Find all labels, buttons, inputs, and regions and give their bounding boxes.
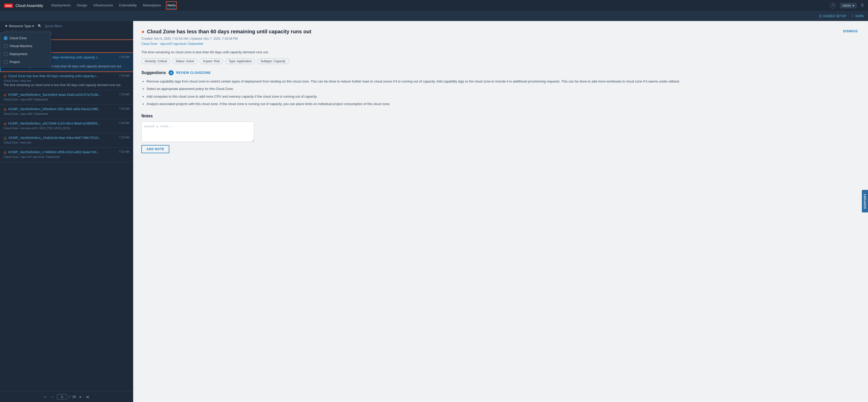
detail-header: ● Cloud Zone has less than 60 days remai… (142, 28, 860, 35)
notes-textarea[interactable] (142, 121, 254, 142)
left-panel: ▼ Resource Type ▾ 🔍 Resource Type: Cloud… (0, 21, 133, 402)
dropdown-item-cloudzone-label: Cloud Zone (9, 36, 27, 40)
app-logo: vmw Cloud Assembly (4, 3, 43, 8)
prev-page-button[interactable]: ◂ (50, 394, 55, 399)
user-name: Admin (842, 4, 851, 7)
detail-breadcrumb[interactable]: Cloud Zone › sqa-vc67.sqa.local / Datace… (142, 42, 860, 45)
alert-item-5[interactable]: ⊘ HCMP_AlertDefinition_a317b9df-1c23-48c… (0, 119, 133, 133)
detail-description: The time remaining on cloud zone is less… (142, 50, 860, 55)
alert-7-critical-icon: ⊘ (4, 150, 7, 154)
resource-type-label: Resource Type (9, 24, 31, 28)
alert-item-6[interactable]: ⚠ HCMP_AlertDefinition_15a83e3d-fdae-44b… (0, 133, 133, 148)
breadcrumb-location: sqa-vc67.sqa.local / Datacenter (160, 42, 204, 45)
alert-item-2[interactable]: ⊘ Cloud Zone has less than 60 days remai… (0, 71, 133, 90)
suggestion-item-3: Add computes to this cloud zone to add m… (147, 94, 860, 99)
page-separator: / (69, 395, 70, 399)
dropdown-item-vm[interactable]: Virtual Machine (0, 42, 51, 50)
vm-checkbox[interactable] (4, 44, 7, 48)
project-checkbox[interactable] (4, 60, 7, 64)
top-bar-right: ? Admin ▾ ⠿ (830, 3, 864, 8)
tag-status: Status: Active (173, 58, 198, 64)
moon-icon: ☾ (851, 14, 854, 18)
alert-3-header: ⊘ HCMP_AlertDefinition_5ec2e9e9-3ead-43a… (4, 93, 129, 97)
alert-4-critical-icon: ⊘ (4, 107, 7, 112)
dropdown-item-deployment[interactable]: Deployment (0, 50, 51, 58)
alert-2-critical-icon: ⊘ (4, 74, 7, 79)
guided-setup-btn[interactable]: ☰ GUIDED SETUP (819, 14, 846, 18)
support-tab[interactable]: SUPPORT (862, 190, 868, 212)
alert-2-title: Cloud Zone has less than 60 days remaini… (8, 74, 116, 78)
app-title: Cloud Assembly (16, 3, 43, 8)
dropdown-item-cloudzone[interactable]: ✓ Cloud Zone (0, 34, 51, 42)
first-page-button[interactable]: |◂ (42, 394, 48, 399)
suggestion-item-4: Analyze associated projects with this cl… (147, 101, 860, 106)
alert-2-desc: The time remaining on cloud zone is less… (4, 83, 129, 87)
add-note-button[interactable]: ADD NOTE (142, 145, 169, 153)
dropdown-item-project[interactable]: Project (0, 58, 51, 66)
suggestions-list: Remove capability tags from cloud zone t… (142, 79, 860, 106)
total-pages: 29 (72, 395, 76, 399)
dropdown-item-project-label: Project (9, 60, 20, 64)
alert-3-time: 7:32 AM (119, 93, 129, 96)
dismiss-button[interactable]: DISMISS (841, 28, 860, 34)
review-cloudzone-button[interactable]: REVIEW CLOUDZONE (176, 71, 211, 74)
detail-meta: Created: Nov 6, 2020, 7:42:54 AM | Updat… (142, 37, 860, 40)
dropdown-item-deployment-label: Deployment (9, 52, 27, 56)
deployment-checkbox[interactable] (4, 52, 7, 56)
nav-alerts[interactable]: Alerts (167, 2, 176, 9)
alert-2-time: 7:42 AM (119, 74, 129, 77)
alert-2-header: ⊘ Cloud Zone has less than 60 days remai… (4, 74, 129, 79)
nav-infrastructure[interactable]: Infrastructure (93, 2, 113, 9)
alert-6-time: 7:32 AM (119, 136, 129, 139)
secondary-nav: ☰ GUIDED SETUP ☾ DARK (0, 11, 868, 21)
resource-type-dropdown: ✓ Cloud Zone Virtual Machine Deployment … (0, 32, 51, 68)
notes-title: Notes (142, 114, 860, 118)
alert-item-4[interactable]: ⊘ HCMP_AlertDefinition_bf5e68e4-28f1-499… (0, 104, 133, 119)
alert-4-header: ⊘ HCMP_AlertDefinition_bf5e68e4-28f1-499… (4, 107, 129, 112)
check-icon: ✓ (5, 37, 7, 39)
alert-2-source: Cloud Zone › new one (4, 79, 129, 82)
nav-design[interactable]: Design (77, 2, 87, 9)
grid-icon[interactable]: ⠿ (861, 3, 864, 8)
alert-5-time: 7:32 AM (119, 121, 129, 125)
alert-6-warning-icon: ⚠ (4, 136, 7, 140)
guided-setup-icon: ☰ (819, 14, 822, 18)
alert-4-title: HCMP_AlertDefinition_bf5e68e4-28f1-4992-… (8, 107, 116, 111)
page-number-input[interactable] (57, 394, 67, 399)
nav-extensibility[interactable]: Extensibility (119, 2, 137, 9)
alert-3-title: HCMP_AlertDefinition_5ec2e9e9-3ead-43a8-… (8, 93, 116, 97)
quick-filter-input[interactable] (44, 23, 90, 29)
guided-setup-label: GUIDED SETUP (823, 14, 846, 18)
alert-item-3[interactable]: ⊘ HCMP_AlertDefinition_5ec2e9e9-3ead-43a… (0, 90, 133, 104)
search-icon: 🔍 (38, 24, 42, 28)
pagination: |◂ ◂ / 29 ▸ ▸| (0, 391, 133, 402)
breadcrumb-cloudzone: Cloud Zone (142, 42, 157, 45)
alert-6-title: HCMP_AlertDefinition_15a83e3d-fdae-44ba-… (8, 136, 116, 140)
suggestions-header: Suggestions 4 REVIEW CLOUDZONE (142, 70, 860, 75)
nav-marketplace[interactable]: Marketplace (143, 2, 161, 9)
help-icon[interactable]: ? (830, 3, 836, 8)
resource-type-button[interactable]: ▼ Resource Type ▾ (3, 23, 36, 29)
detail-critical-icon: ● (142, 29, 145, 35)
filter-bar: ▼ Resource Type ▾ 🔍 Resource Type: Cloud… (0, 21, 133, 39)
alert-7-source: Cloud Zone › sqa-vc67.sqa.local / Datace… (4, 155, 129, 158)
alert-6-source: Cloud Zone › new one (4, 141, 129, 144)
user-area[interactable]: Admin ▾ (840, 3, 857, 8)
tag-impact: Impact: Risk (199, 58, 223, 64)
next-page-button[interactable]: ▸ (78, 394, 83, 399)
alert-item-7[interactable]: ⊘ HCMP_AlertDefinition_c749bb0c-df38-415… (0, 148, 133, 162)
dark-mode-btn[interactable]: ☾ DARK (851, 14, 864, 18)
tag-type: Type: Application (225, 58, 255, 64)
breadcrumb-separator: › (158, 42, 159, 45)
right-panel: ● Cloud Zone has less than 60 days remai… (133, 21, 868, 402)
alert-list: Today Yesterday ⊘ Cloud Zone has less th… (0, 39, 133, 391)
detail-title: Cloud Zone has less than 60 days remaini… (147, 28, 839, 35)
alert-4-time: 7:32 AM (119, 107, 129, 110)
notes-section: Notes ADD NOTE (142, 114, 860, 153)
dropdown-item-vm-label: Virtual Machine (9, 44, 32, 48)
nav-deployments[interactable]: Deployments (51, 2, 71, 9)
last-page-button[interactable]: ▸| (85, 394, 91, 399)
alert-3-critical-icon: ⊘ (4, 93, 7, 97)
cloudzone-checkbox[interactable]: ✓ (4, 36, 7, 40)
suggestions-title: Suggestions (142, 70, 166, 75)
